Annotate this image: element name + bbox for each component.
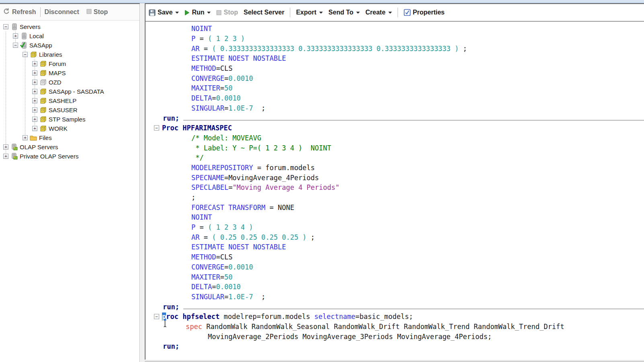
code-line[interactable]: SPECLABEL="Moving Average 4 Periods" [146,183,644,193]
fold-collapse-icon[interactable]: − [154,125,159,131]
code-line[interactable]: DELTA=0.0010 [146,93,644,103]
expand-toggle-icon[interactable]: + [32,107,37,113]
code-token-kw: CONVERGE [191,263,224,271]
dropdown-caret-icon[interactable] [356,12,360,14]
refresh-button[interactable]: Refresh [3,8,36,16]
send-to-button[interactable]: Send To [328,9,360,16]
code-line[interactable]: P = ( 1 2 3 ) [146,34,644,44]
collapse-toggle-icon[interactable]: − [23,52,28,57]
dropdown-caret-icon[interactable] [207,12,211,14]
tree-item-olap-servers[interactable]: +OLAP Servers [0,142,139,152]
expand-toggle-icon[interactable]: + [32,80,37,85]
run-button[interactable]: Run [185,9,211,16]
expand-toggle-icon[interactable]: + [32,126,37,131]
library-icon [39,70,47,76]
expand-toggle-icon[interactable]: + [3,144,8,150]
collapse-toggle-icon[interactable]: − [13,43,18,48]
code-line[interactable]: METHOD=CLS [146,64,644,74]
code-line[interactable]: run; [146,302,644,312]
code-line[interactable]: ; [146,193,644,203]
code-token-proc: run; [163,114,179,122]
code-line[interactable]: METHOD=CLS [146,252,644,262]
code-line[interactable]: * Label: Y ~ P=( 1 2 3 4 ) NOINT [146,143,644,153]
code-line[interactable]: spec RandomWalk RandomWalk_Seasonal Rand… [146,322,644,332]
expand-toggle-icon[interactable]: + [32,117,37,122]
code-line[interactable]: NOINT [146,212,644,222]
toolbar-button-label: Create [365,9,386,16]
dropdown-caret-icon[interactable] [175,12,179,14]
tree-item-servers[interactable]: −Servers [0,22,139,31]
olap-icon [10,144,18,150]
code-line[interactable]: AR = ( 0.3333333333333333 0.333333333333… [146,43,644,53]
code-line[interactable]: DELTA=0.0010 [146,282,644,292]
code-token-kw: METHOD [191,64,216,72]
expand-toggle-icon[interactable]: + [32,89,37,94]
server-icon [20,33,27,39]
dropdown-caret-icon[interactable] [388,12,392,14]
code-line[interactable]: ESTIMATE NOEST NOSTABLE [146,53,644,64]
tree-item-sasapp[interactable]: −SASApp [0,41,139,50]
code-line[interactable]: run; [146,341,644,352]
code-token-txt: = forum.models [253,164,315,172]
code-line[interactable]: SPECNAME=MovingAverage_4Periods [146,173,644,183]
toolbar-button-label: Send To [328,9,353,16]
expand-toggle-icon[interactable]: + [23,135,28,140]
stop-button[interactable]: Stop [86,8,108,16]
collapse-toggle-icon[interactable]: − [3,24,8,29]
tree-item-stp-samples[interactable]: +STP Samples [0,115,139,124]
code-line[interactable]: SINGULAR=1.0E-7 ; [146,292,644,302]
create-button[interactable]: Create [365,9,392,16]
code-line[interactable]: SINGULAR=1.0E-7 ; [146,103,644,113]
code-token-txt: =basic_models; [355,313,413,321]
tree-item-local[interactable]: +Local [0,31,139,41]
expand-toggle-icon[interactable]: + [32,61,37,66]
code-token-num: 50 [224,273,232,281]
disconnect-button[interactable]: Disconnect [45,8,79,16]
code-line[interactable]: AR = ( 0.25 0.25 0.25 0.25 ) ; [146,232,644,242]
code-line[interactable]: CONVERGE=0.0010 [146,73,644,83]
expand-toggle-icon[interactable]: + [32,98,37,103]
code-line[interactable]: */ [146,153,644,163]
tree-item-sasuser[interactable]: +SASUSER [0,105,139,115]
stop-button[interactable]: Stop [216,9,238,16]
code-line[interactable]: MAXITER=50 [146,83,644,93]
tree-item-private-olap-servers[interactable]: +Private OLAP Servers [0,152,139,161]
code-line[interactable]: MAXITER=50 [146,272,644,282]
tree-item-work[interactable]: +WORK [0,124,139,133]
code-line[interactable]: NOINT [146,24,644,34]
code-token-str: "Moving Average 4 Periods" [232,183,339,191]
save-button[interactable]: Save [149,9,179,16]
code-line[interactable]: CONVERGE=0.0010 [146,262,644,272]
expand-toggle-icon[interactable]: + [13,33,18,39]
select-server-button[interactable]: Select Server [244,9,284,16]
code-line[interactable]: run; [146,113,644,123]
expand-toggle-icon[interactable]: + [3,154,8,159]
code-line[interactable]: MODELREPOSITORY = forum.models [146,163,644,173]
tree-item-sashelp[interactable]: +SASHELP [0,96,139,105]
tree-item-maps[interactable]: +MAPS [0,68,139,78]
tree-item-libraries[interactable]: −Libraries [0,50,139,59]
code-token-kw: MAXITER [191,84,220,92]
code-line[interactable]: P = ( 1 2 3 4 ) [146,222,644,232]
fold-collapse-icon[interactable]: − [154,314,159,319]
code-line[interactable]: /* Model: MOVEAVG [146,133,644,143]
code-line[interactable]: MovingAverage_2Periods MovingAverage_3Pe… [146,331,644,341]
code-token-txt: = [212,94,216,102]
code-line[interactable]: −Proc HPFARIMASPEC [146,123,644,133]
library-icon [39,88,47,95]
tree-item-files[interactable]: +Files [0,133,139,142]
code-line[interactable]: −proc hpfselect modelrep=forum.models se… [146,312,644,322]
server-tree: −Servers+Local−SASApp−Libraries+Forum+MA… [0,21,139,161]
code-editor[interactable]: NOINTP = ( 1 2 3 )AR = ( 0.3333333333333… [146,21,644,362]
properties-button[interactable]: Properties [404,9,445,16]
code-line[interactable]: FORECAST TRANSFORM = NONE [146,202,644,212]
tree-item-ozd[interactable]: +OZD [0,78,139,87]
refresh-icon [3,8,10,16]
expand-toggle-icon[interactable]: + [32,70,37,76]
export-button[interactable]: Export [296,9,323,16]
tree-item-forum[interactable]: +Forum [0,59,139,68]
tree-item-sasapp-sasdata[interactable]: +SASApp - SASDATA [0,87,139,96]
panel-splitter[interactable] [140,3,145,362]
code-line[interactable]: ESTIMATE NOEST NOSTABLE [146,242,644,252]
dropdown-caret-icon[interactable] [319,12,323,14]
